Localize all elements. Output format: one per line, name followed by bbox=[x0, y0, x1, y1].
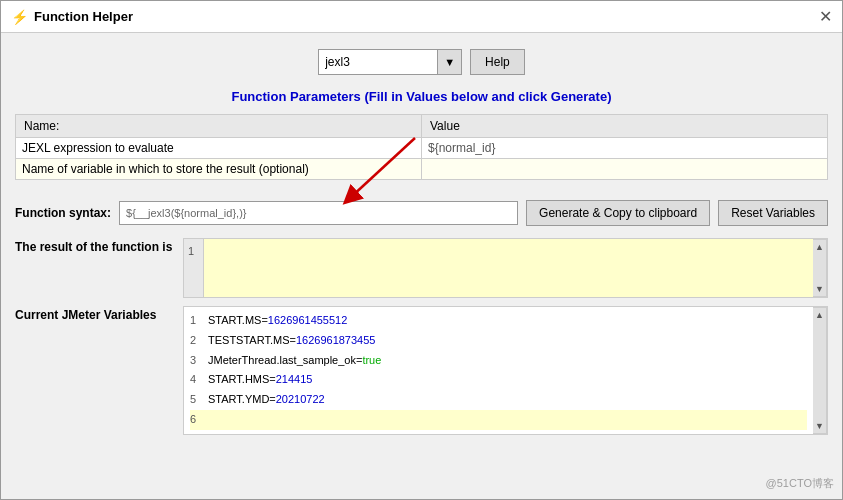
close-button[interactable]: ✕ bbox=[819, 9, 832, 25]
jmeter-box: 1 START.MS=1626961455512 2 TESTSTART.MS=… bbox=[183, 306, 828, 435]
window-title: Function Helper bbox=[34, 9, 133, 24]
line-num-2: 2 bbox=[190, 331, 208, 351]
jmeter-label: Current JMeter Variables bbox=[15, 306, 175, 322]
result-line-numbers: 1 bbox=[184, 239, 204, 297]
jmeter-key-5: START.YMD= bbox=[208, 390, 276, 410]
function-select[interactable]: jexl3 bbox=[318, 49, 438, 75]
list-item: 5 START.YMD=20210722 bbox=[190, 390, 807, 410]
list-item: 2 TESTSTART.MS=1626961873455 bbox=[190, 331, 807, 351]
scroll-up-arrow[interactable]: ▲ bbox=[813, 240, 826, 254]
generate-copy-button[interactable]: Generate & Copy to clipboard bbox=[526, 200, 710, 226]
line-num-3: 3 bbox=[190, 351, 208, 371]
list-item: 3 JMeterThread.last_sample_ok=true bbox=[190, 351, 807, 371]
dropdown-arrow-button[interactable]: ▼ bbox=[438, 49, 462, 75]
title-bar-left: ⚡ Function Helper bbox=[11, 9, 133, 25]
jmeter-val-5: 20210722 bbox=[276, 390, 325, 410]
jmeter-scroll-down[interactable]: ▼ bbox=[813, 419, 826, 433]
jmeter-content: 1 START.MS=1626961455512 2 TESTSTART.MS=… bbox=[184, 307, 813, 434]
app-icon: ⚡ bbox=[11, 9, 28, 25]
content-area: jexl3 ▼ Help Function Parameters (Fill i… bbox=[1, 33, 842, 499]
top-controls: jexl3 ▼ Help bbox=[15, 43, 828, 79]
params-section-title: Function Parameters (Fill in Values belo… bbox=[15, 89, 828, 104]
line-num-5: 5 bbox=[190, 390, 208, 410]
line-num-6: 6 bbox=[190, 413, 196, 425]
list-item: 4 START.HMS=214415 bbox=[190, 370, 807, 390]
scroll-down-arrow[interactable]: ▼ bbox=[813, 282, 826, 296]
jmeter-val-3: true bbox=[362, 351, 381, 371]
reset-variables-button[interactable]: Reset Variables bbox=[718, 200, 828, 226]
result-box: 1 ▲ ▼ bbox=[183, 238, 828, 298]
jmeter-key-3: JMeterThread.last_sample_ok= bbox=[208, 351, 362, 371]
function-dropdown-wrapper: jexl3 ▼ bbox=[318, 49, 462, 75]
jmeter-key-4: START.HMS= bbox=[208, 370, 276, 390]
line-num-4: 4 bbox=[190, 370, 208, 390]
syntax-label: Function syntax: bbox=[15, 206, 111, 220]
main-window: ⚡ Function Helper ✕ jexl3 ▼ Help Functio… bbox=[0, 0, 843, 500]
jmeter-key-2: TESTSTART.MS= bbox=[208, 331, 296, 351]
jmeter-scrollbar[interactable]: ▲ ▼ bbox=[813, 307, 827, 434]
title-bar: ⚡ Function Helper ✕ bbox=[1, 1, 842, 33]
result-label: The result of the function is bbox=[15, 238, 175, 254]
result-content bbox=[204, 239, 813, 297]
result-section: The result of the function is 1 ▲ ▼ bbox=[15, 238, 828, 298]
svg-line-0 bbox=[350, 138, 415, 198]
line-num-1: 1 bbox=[190, 311, 208, 331]
jmeter-section: Current JMeter Variables 1 START.MS=1626… bbox=[15, 306, 828, 435]
red-arrow-icon bbox=[315, 133, 515, 213]
help-button[interactable]: Help bbox=[470, 49, 525, 75]
jmeter-val-4: 214415 bbox=[276, 370, 313, 390]
list-item: 6 bbox=[190, 410, 807, 430]
jmeter-val-2: 1626961873455 bbox=[296, 331, 376, 351]
jmeter-scroll-up[interactable]: ▲ bbox=[813, 308, 826, 322]
watermark: @51CTO博客 bbox=[766, 476, 834, 491]
list-item: 1 START.MS=1626961455512 bbox=[190, 311, 807, 331]
result-scrollbar[interactable]: ▲ ▼ bbox=[813, 239, 827, 297]
jmeter-val-1: 1626961455512 bbox=[268, 311, 348, 331]
jmeter-key-1: START.MS= bbox=[208, 311, 268, 331]
